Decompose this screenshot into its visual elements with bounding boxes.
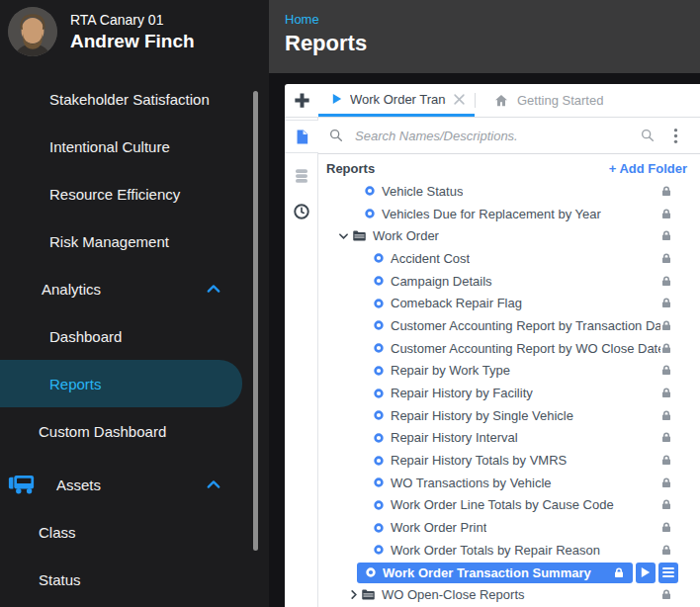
lock-icon xyxy=(660,342,672,355)
search-submit-icon[interactable] xyxy=(640,128,656,143)
ring-icon xyxy=(374,500,384,510)
chevron-down-icon[interactable] xyxy=(339,233,348,239)
chevron-up-icon xyxy=(207,285,220,294)
chevron-right-icon[interactable] xyxy=(351,590,357,599)
sidebar-item-custom-dashboard[interactable]: Custom Dashboard xyxy=(0,407,269,455)
sidebar-item-risk-management[interactable]: Risk Management xyxy=(0,217,269,265)
sidebar: RTA Canary 01 Andrew Finch Stakeholder S… xyxy=(0,0,269,607)
tree-item-label: Work Order Totals by Repair Reason xyxy=(391,543,600,558)
tree-item-wo-transactions-by-vehicle[interactable]: WO Transactions by Vehicle xyxy=(318,472,700,494)
user-name: Andrew Finch xyxy=(70,30,195,53)
ring-icon xyxy=(374,389,384,398)
database-rail-button[interactable] xyxy=(285,159,317,193)
tree-item-campaign-details[interactable]: Campaign Details xyxy=(318,270,700,293)
tree-item-label: Repair History by Single Vehicle xyxy=(391,408,573,423)
sidebar-item-reports[interactable]: Reports xyxy=(0,360,242,407)
home-icon xyxy=(493,93,509,109)
tree-item-vehicles-due-for-replacement-by-year[interactable]: Vehicles Due for Replacement by Year xyxy=(318,203,700,225)
tree-item-label: Vehicle Status xyxy=(382,184,463,199)
inactive-tab-label: Getting Started xyxy=(517,93,603,108)
clock-rail-button[interactable] xyxy=(285,195,317,228)
tree-item-repair-history-totals-by-vmrs[interactable]: Repair History Totals by VMRS xyxy=(318,449,700,472)
add-tab-button[interactable] xyxy=(285,84,318,117)
lock-icon xyxy=(660,521,672,534)
tab-work-order-transaction-summary[interactable]: Work Order Trans... xyxy=(318,84,475,117)
tree-item-work-order-print[interactable]: Work Order Print xyxy=(318,516,700,539)
tree-item-wo-open-close-reports[interactable]: WO Open-Close Reports xyxy=(318,583,700,606)
tree-item-customer-accounting-report-by-transaction-date[interactable]: Customer Accounting Report by Transactio… xyxy=(318,314,700,337)
sidebar-item-label: Resource Efficiency xyxy=(49,186,180,203)
user-meta: RTA Canary 01 Andrew Finch xyxy=(70,11,195,53)
sidebar-item-label: Stakeholder Satisfaction xyxy=(49,91,210,108)
breadcrumb-home-link[interactable]: Home xyxy=(285,12,319,27)
lock-icon xyxy=(660,588,672,601)
ring-icon xyxy=(365,186,375,196)
sidebar-item-resource-efficiency[interactable]: Resource Efficiency xyxy=(0,170,269,217)
tree-item-work-order-line-totals-by-cause-code[interactable]: Work Order Line Totals by Cause Code xyxy=(318,494,700,517)
kebab-menu-icon[interactable] xyxy=(671,126,680,146)
tree-item-repair-history-interval[interactable]: Repair History Interval xyxy=(318,427,700,450)
document-rail-button[interactable] xyxy=(285,120,318,153)
tree-item-label: Repair by Work Type xyxy=(391,363,510,378)
tree-item-work-order-totals-by-repair-reason[interactable]: Work Order Totals by Repair Reason xyxy=(318,539,700,562)
tree-item-label: Repair History Interval xyxy=(391,430,518,445)
plus-icon xyxy=(293,91,311,110)
tree-item-work-order-transaction-summary[interactable]: Work Order Transaction Summary xyxy=(357,562,678,584)
ring-icon xyxy=(374,545,384,555)
tree-item-comeback-repair-flag[interactable]: Comeback Repair Flag xyxy=(318,292,700,314)
tree-item-accident-cost[interactable]: Accident Cost xyxy=(318,247,700,270)
sidebar-item-intentional-culture[interactable]: Intentional Culture xyxy=(0,123,269,170)
lock-icon xyxy=(613,566,625,579)
lock-icon xyxy=(660,364,672,377)
sidebar-item-label: Status xyxy=(39,571,81,588)
sidebar-item-stakeholder-satisfaction[interactable]: Stakeholder Satisfaction xyxy=(0,75,269,123)
add-folder-button[interactable]: + Add Folder xyxy=(609,161,687,176)
lock-icon xyxy=(660,409,672,422)
user-profile[interactable]: RTA Canary 01 Andrew Finch xyxy=(0,0,269,56)
ring-icon xyxy=(374,299,384,308)
tab-strip: Work Order Trans... Getting Started xyxy=(285,84,700,118)
ring-icon xyxy=(366,567,376,577)
ring-icon xyxy=(374,343,384,353)
close-tab-icon[interactable] xyxy=(452,92,467,107)
lock-icon xyxy=(660,387,672,399)
sidebar-item-analytics[interactable]: Analytics xyxy=(0,265,269,312)
tree-item-label: WO Open-Close Reports xyxy=(382,587,525,602)
lock-icon xyxy=(660,275,672,288)
sidebar-item-label: Assets xyxy=(56,477,101,493)
sidebar-scrollbar[interactable] xyxy=(253,91,258,551)
tree-item-repair-by-work-type[interactable]: Repair by Work Type xyxy=(318,360,700,383)
account-name: RTA Canary 01 xyxy=(70,11,195,30)
sidebar-item-label: Class xyxy=(39,524,76,541)
tree-title: Reports xyxy=(326,161,375,176)
tab-getting-started[interactable]: Getting Started xyxy=(476,84,617,117)
sidebar-item-dashboard[interactable]: Dashboard xyxy=(0,312,269,360)
tree-item-work-order[interactable]: Work Order xyxy=(318,224,700,247)
ring-icon xyxy=(374,456,384,466)
document-icon xyxy=(294,129,310,145)
sidebar-item-assets[interactable]: Assets xyxy=(0,461,269,508)
tree-item-label: Customer Accounting Report by Transactio… xyxy=(391,318,660,333)
sidebar-item-label: Reports xyxy=(49,376,102,392)
tree-item-vehicle-status[interactable]: Vehicle Status xyxy=(318,180,700,203)
lock-icon xyxy=(660,229,672,242)
ring-icon xyxy=(374,523,384,533)
tree-item-label: Accident Cost xyxy=(391,251,470,266)
search-input[interactable] xyxy=(353,128,640,144)
lock-icon xyxy=(660,498,672,511)
run-report-button[interactable] xyxy=(636,563,656,583)
lock-icon xyxy=(660,544,672,557)
report-menu-button[interactable] xyxy=(658,563,678,583)
sidebar-item-status[interactable]: Status xyxy=(0,556,269,603)
sidebar-item-class[interactable]: Class xyxy=(0,508,269,556)
ring-icon xyxy=(374,366,384,376)
tree-item-customer-accounting-report-by-wo-close-date[interactable]: Customer Accounting Report by WO Close D… xyxy=(318,337,700,360)
tree-item-label: Work Order Transaction Summary xyxy=(383,565,613,580)
tree-item-repair-history-by-single-vehicle[interactable]: Repair History by Single Vehicle xyxy=(318,404,700,427)
ring-icon xyxy=(374,477,384,487)
page-header: Home Reports xyxy=(269,0,700,73)
tree-item-repair-history-by-facility[interactable]: Repair History by Facility xyxy=(318,382,700,404)
sidebar-item-label: Dashboard xyxy=(49,328,122,345)
card-body: Reports + Add Folder Vehicle StatusVehic… xyxy=(285,118,700,607)
lock-icon xyxy=(660,477,672,489)
